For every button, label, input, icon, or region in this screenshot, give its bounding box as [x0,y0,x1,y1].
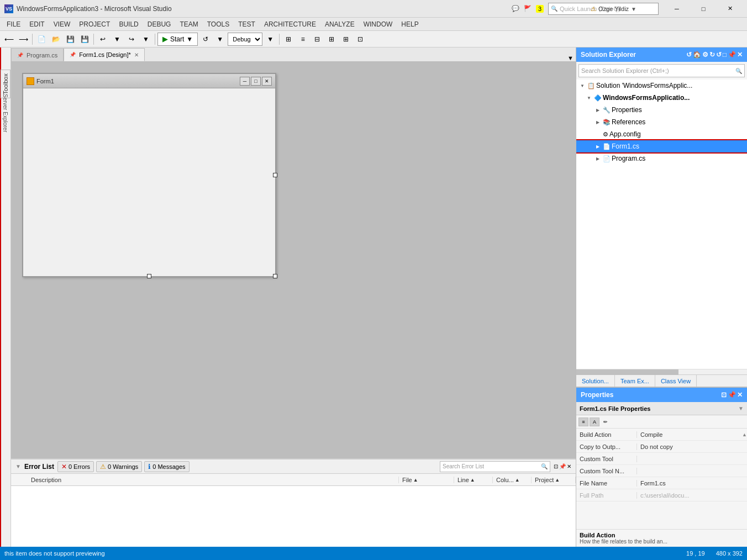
chat-icon[interactable]: 💬 [512,5,519,12]
se-pin-btn[interactable]: 📌 [728,51,736,59]
error-col-project[interactable]: Project ▲ [532,477,576,483]
menu-view[interactable]: VIEW [49,19,75,29]
form-minimize-btn[interactable]: ─ [240,77,250,86]
tab-dropdown-button[interactable]: ▼ [565,55,576,61]
error-panel-expand[interactable]: ▼ [15,463,21,469]
se-close-btn[interactable]: ✕ [737,51,743,59]
restart-button[interactable]: ↺ [199,33,212,46]
server-explorer-tab[interactable]: Server Explorer [0,92,10,134]
start-button[interactable]: ▶ Start ▼ [157,33,198,46]
se-scrollbar[interactable] [576,369,747,374]
props-pencil-btn[interactable]: ✏ [601,418,611,426]
props-scroll-down[interactable]: ▼ [738,405,744,411]
error-count-button[interactable]: ✕ 0 Errors [57,461,94,472]
tree-item-app-config[interactable]: ▶ ⚙ App.config [576,128,747,140]
tab-form1-design[interactable]: 📌 Form1.cs [Design]* ✕ [64,48,145,61]
expand-program-cs[interactable]: ▶ [594,155,602,162]
expand-references[interactable]: ▶ [594,118,602,126]
se-btn-5[interactable]: ↺ [716,51,722,59]
expand-form1-cs[interactable]: ▶ [594,142,602,150]
expand-properties[interactable]: ▶ [594,106,602,114]
maximize-button[interactable]: □ [691,0,716,18]
toolbar-extra-2[interactable]: ≡ [296,33,309,46]
restart-dropdown[interactable]: ▼ [213,33,227,46]
error-col-line[interactable]: Line ▲ [454,477,493,483]
prop-value-copy-output[interactable]: Do not copy [637,443,747,450]
se-tab-team-explorer[interactable]: Team Ex... [615,375,655,387]
redo-button[interactable]: ↪ [125,33,138,46]
menu-tools[interactable]: TOOLS [203,19,234,29]
undo-button[interactable]: ↩ [96,33,109,46]
open-button[interactable]: 📂 [49,33,62,46]
warning-count-button[interactable]: ⚠ 0 Warnings [96,461,142,472]
expand-project[interactable]: ▼ [585,94,593,102]
tree-item-form1-cs[interactable]: ▶ 📄 Form1.cs [576,140,747,152]
menu-window[interactable]: WINDOW [359,19,397,29]
se-tab-class-view[interactable]: Class View [655,375,697,387]
new-project-button[interactable]: 📄 [35,33,48,46]
debug-dropdown[interactable]: ▼ [264,33,277,46]
menu-team[interactable]: TEAM [175,19,202,29]
prop-value-full-path[interactable]: c:\users\ali\docu... [637,492,747,499]
toolbar-extra-6[interactable]: ⊡ [354,33,367,46]
menu-test[interactable]: TEST [234,19,260,29]
menu-architecture[interactable]: ARCHITECTURE [260,19,320,29]
tree-item-project[interactable]: ▼ 🔷 WindowsFormsApplicatio... [576,92,747,104]
menu-edit[interactable]: EDIT [25,19,49,29]
configuration-select[interactable]: Debug [228,33,262,46]
nav-back-button[interactable]: ⟵ [2,33,15,46]
tab-close-button[interactable]: ✕ [134,52,139,58]
error-panel-pin[interactable]: 📌 [559,463,566,469]
redo-dropdown[interactable]: ▼ [139,33,152,46]
props-alpha-btn[interactable]: A [590,418,599,426]
minimize-button[interactable]: ─ [664,0,690,18]
menu-analyze[interactable]: ANALYZE [320,19,359,29]
se-search-box[interactable]: Search Solution Explorer (Ctrl+;) 🔍 [578,64,745,77]
se-btn-3[interactable]: ⚙ [702,51,708,59]
toolbar-extra-5[interactable]: ⊞ [339,33,353,46]
user-dropdown-icon[interactable]: ▼ [631,6,636,12]
error-panel-close[interactable]: ✕ [567,463,571,469]
props-pin-btn[interactable]: 📌 [728,391,736,399]
undo-dropdown[interactable]: ▼ [111,33,124,46]
menu-project[interactable]: PROJECT [75,19,114,29]
menu-debug[interactable]: DEBUG [143,19,176,29]
toolbar-extra-4[interactable]: ⊞ [325,33,338,46]
tree-item-solution[interactable]: ▼ 📋 Solution 'WindowsFormsApplic... [576,80,747,92]
prop-value-build-action[interactable]: Compile [637,431,742,438]
form-maximize-btn[interactable]: □ [251,77,261,86]
error-col-file[interactable]: File ▲ [399,477,454,483]
tab-program-cs[interactable]: 📌 Program.cs [11,48,64,61]
menu-build[interactable]: BUILD [114,19,143,29]
se-btn-1[interactable]: ↺ [686,51,692,59]
form-body[interactable] [23,88,275,276]
menu-file[interactable]: FILE [2,19,25,29]
tree-item-program-cs[interactable]: ▶ 📄 Program.cs [576,152,747,165]
error-panel-float[interactable]: ⊡ [554,463,558,469]
save-button[interactable]: 💾 [64,33,77,46]
resize-right-handle[interactable] [273,173,277,177]
message-count-button[interactable]: ℹ 0 Messages [144,461,189,472]
error-col-description[interactable]: Description [28,477,399,483]
toolbar-extra-1[interactable]: ⊞ [282,33,295,46]
props-cat-btn[interactable]: ≡ [578,418,588,426]
se-scrollbar-thumb[interactable] [576,369,678,375]
menu-help[interactable]: HELP [397,19,423,29]
close-button[interactable]: ✕ [717,0,743,18]
props-close-btn[interactable]: ✕ [737,391,743,399]
tree-item-references[interactable]: ▶ 📚 References [576,116,747,128]
nav-forward-button[interactable]: ⟶ [17,33,30,46]
expand-solution[interactable]: ▼ [578,82,586,89]
error-search[interactable]: Search Error List 🔍 [440,461,550,472]
se-btn-6[interactable]: □ [723,51,727,59]
resize-bottom-handle[interactable] [147,274,151,278]
se-tab-solution[interactable]: Solution... [576,375,615,387]
form-close-btn[interactable]: ✕ [262,77,272,86]
props-float-btn[interactable]: ⊡ [721,391,727,399]
se-btn-4[interactable]: ↻ [709,51,715,59]
save-all-button[interactable]: 💾 [78,33,91,46]
error-col-column[interactable]: Colu... ▲ [493,477,532,483]
prop-value-file-name[interactable]: Form1.cs [637,480,747,487]
se-btn-2[interactable]: 🏠 [693,51,701,59]
toolbar-extra-3[interactable]: ⊟ [311,33,324,46]
